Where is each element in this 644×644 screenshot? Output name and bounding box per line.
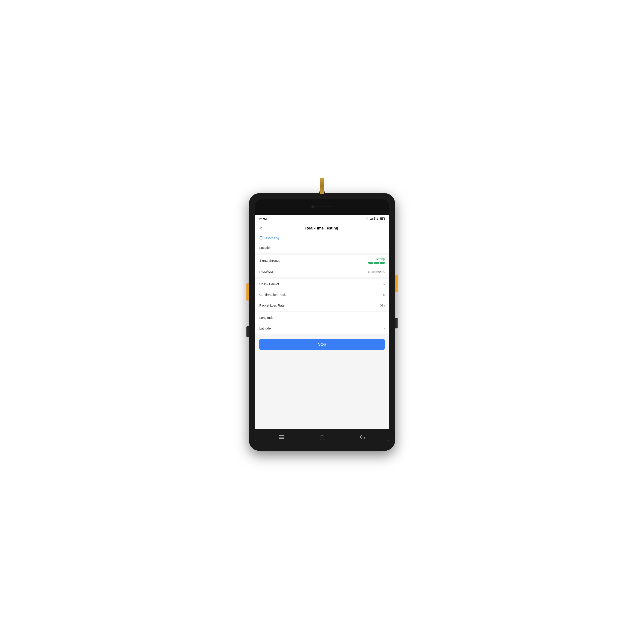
camera (311, 205, 314, 208)
svg-rect-0 (279, 435, 284, 436)
section-location: Location - (255, 242, 389, 253)
confirmation-value: 5 (383, 293, 385, 296)
longitude-value: - (384, 316, 385, 319)
rssi-label: RSSI/SNR (259, 270, 275, 273)
longitude-label: Longitude (259, 316, 273, 319)
section-signal: Signal Strength Strong (255, 255, 389, 277)
side-button-right-orange[interactable] (395, 275, 398, 292)
side-button-right-bottom[interactable] (395, 318, 398, 328)
location-label: Location (259, 246, 272, 249)
section-packets: Uplink Packet 5 Confirmation Packet 5 Pa… (255, 279, 389, 311)
content-area: Location - Signal Strength Strong (255, 242, 389, 429)
sig-bar-3 (380, 262, 385, 264)
antenna (320, 178, 324, 194)
app-header: < Real-Time Testing (255, 223, 389, 234)
row-longitude: Longitude - (255, 312, 389, 323)
device-body: 21:51 📋 ▲ (249, 193, 395, 451)
status-icons: 📋 ▲ (365, 217, 385, 220)
row-location: Location - (255, 242, 389, 253)
nav-menu-button[interactable] (276, 432, 287, 442)
wifi-icon: ▲ (376, 217, 379, 220)
row-packet-loss: Packet Loss Rate 0% (255, 300, 389, 311)
section-gps: Longitude - Latitude - (255, 312, 389, 334)
row-latitude: Latitude - (255, 323, 389, 334)
nav-home-button[interactable] (317, 432, 327, 442)
screen-content: 21:51 📋 ▲ (255, 215, 389, 445)
sig-bar-1 (368, 262, 373, 264)
network-signal-icon (370, 217, 375, 220)
nav-back-button[interactable] (357, 432, 368, 442)
row-rssi: RSSI/SNR -62dBm/9dB (255, 266, 389, 277)
screen: 21:51 📋 ▲ (255, 199, 389, 445)
assessing-text: Assessing.. (265, 236, 281, 240)
svg-rect-2 (279, 438, 284, 439)
stop-button-container: Stop (255, 335, 389, 353)
status-time: 21:51 (259, 217, 267, 221)
row-signal-strength: Signal Strength Strong (255, 255, 389, 266)
rssi-value: -62dBm/9dB (367, 270, 385, 273)
earpiece-dots (316, 207, 333, 207)
latitude-label: Latitude (259, 327, 271, 330)
back-button[interactable]: < (259, 226, 262, 231)
status-bar: 21:51 📋 ▲ (255, 215, 389, 223)
page-title: Real-Time Testing (265, 226, 378, 231)
signal-strength-label: Signal Strength (259, 259, 281, 262)
signal-right: Strong (368, 257, 385, 264)
packet-loss-value: 0% (380, 304, 385, 307)
svg-rect-1 (279, 437, 284, 437)
battery-icon (380, 217, 385, 220)
side-button-left-orange[interactable] (246, 283, 249, 301)
earpiece-area (255, 199, 389, 215)
bottom-dot (322, 442, 323, 443)
row-confirmation-packet: Confirmation Packet 5 (255, 289, 389, 300)
assessing-bar: Assessing.. (255, 234, 389, 242)
confirmation-label: Confirmation Packet (259, 293, 288, 296)
usb-icon: 📋 (365, 217, 369, 220)
row-uplink-packet: Uplink Packet 5 (255, 279, 389, 289)
sig-bar-2 (374, 262, 379, 264)
signal-strength-value: Strong (376, 257, 385, 261)
uplink-value: 5 (383, 282, 385, 286)
loading-spinner (259, 236, 263, 240)
latitude-value: - (384, 327, 385, 330)
stop-button[interactable]: Stop (259, 339, 385, 350)
uplink-label: Uplink Packet (259, 282, 279, 286)
packet-loss-label: Packet Loss Rate (259, 304, 285, 307)
side-button-left-bottom[interactable] (246, 326, 249, 337)
location-value: - (384, 246, 385, 249)
signal-bars-display (368, 262, 385, 264)
